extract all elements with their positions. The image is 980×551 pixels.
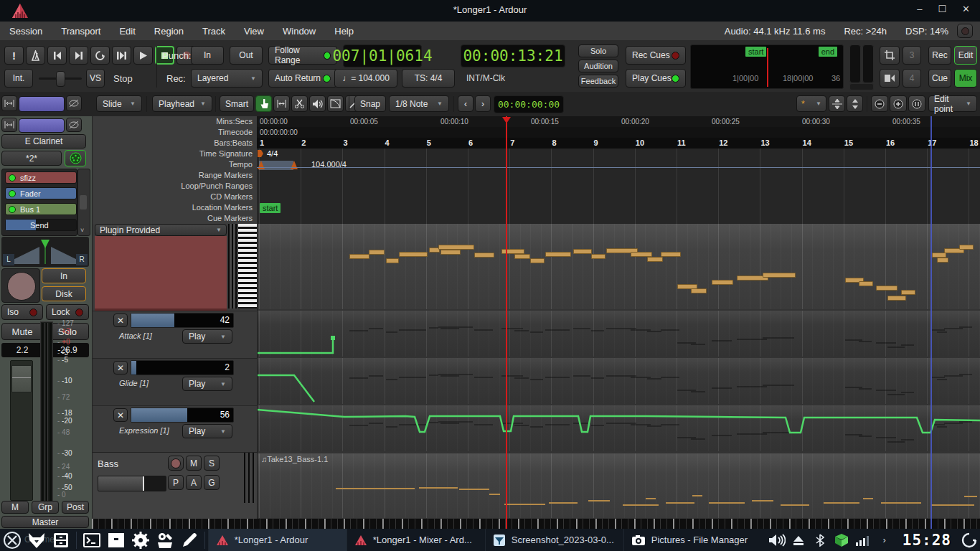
- gain-display[interactable]: 2.2: [1, 343, 43, 357]
- zoom-fit-button[interactable]: [908, 95, 925, 112]
- play-button[interactable]: [133, 46, 153, 65]
- package-icon[interactable]: [104, 529, 128, 551]
- punch-in-button[interactable]: In: [191, 46, 224, 65]
- processor-bus-1[interactable]: Bus 1: [5, 203, 77, 215]
- pan-widget[interactable]: L R: [1, 237, 89, 267]
- input-monitor-button[interactable]: In: [42, 268, 86, 283]
- secondary-clock[interactable]: 00:00:13:21: [461, 44, 565, 67]
- mini-timeline[interactable]: start end 1|00|00 18|00|00 36: [690, 44, 844, 89]
- vari-speed-button[interactable]: VS: [86, 69, 105, 88]
- play-range-button[interactable]: [112, 46, 131, 65]
- nudge-forward-button[interactable]: ›: [475, 95, 491, 112]
- goto-end-button[interactable]: [69, 46, 88, 65]
- bass-automation-button[interactable]: A: [186, 475, 202, 490]
- session-menu-icon[interactable]: [958, 529, 980, 551]
- ruler-label-time-signature[interactable]: Time Signature: [199, 149, 253, 159]
- editor-canvas[interactable]: ♫Take13_Bass-1.1: [257, 224, 980, 529]
- group-button[interactable]: Grp: [32, 501, 59, 514]
- menu-region[interactable]: Region: [145, 26, 193, 37]
- location-start-marker[interactable]: start: [260, 203, 281, 213]
- patch-selector-dropdown[interactable]: Plugin Provided▼: [95, 224, 227, 236]
- playhead-line[interactable]: [506, 116, 507, 529]
- follow-range-button[interactable]: Follow Range: [268, 46, 337, 65]
- expand-tracks-button[interactable]: [847, 95, 863, 112]
- shrink-tracks-button[interactable]: [829, 95, 845, 112]
- play-cues-button[interactable]: Play Cues: [626, 69, 686, 88]
- strip-color-swatch[interactable]: [19, 118, 65, 133]
- taskbar-window-button[interactable]: *Longer1 - Ardour: [208, 529, 347, 551]
- nudge-clock[interactable]: 00:00:00:00: [494, 95, 564, 113]
- disk-monitor-button[interactable]: Disk: [42, 286, 86, 301]
- menu-window[interactable]: Window: [273, 26, 325, 37]
- audition-indicator-button[interactable]: Audition: [578, 60, 618, 72]
- track-color-region[interactable]: [95, 236, 227, 311]
- pen-icon[interactable]: [177, 529, 202, 551]
- solo-indicator-button[interactable]: Solo: [578, 44, 618, 57]
- timesig-marker-icon[interactable]: [257, 149, 264, 158]
- bass-record-enable-button[interactable]: [168, 456, 184, 471]
- drawers-icon[interactable]: [49, 529, 73, 551]
- midi-panic-button[interactable]: !: [4, 46, 24, 65]
- automation-remove-button[interactable]: ✕: [113, 314, 128, 327]
- ruler-label-location-markers[interactable]: Location Markers: [192, 202, 253, 213]
- mixer-page-button[interactable]: Mix: [954, 69, 977, 88]
- layout-film-button[interactable]: [880, 69, 900, 88]
- automation-mode-dropdown[interactable]: Play▼: [182, 424, 232, 438]
- menu-transport[interactable]: Transport: [52, 26, 110, 37]
- ruler-bars[interactable]: 123456789101112131415161718: [257, 138, 980, 149]
- taskbar-clock[interactable]: 15:28: [895, 532, 958, 549]
- midi-scroomer[interactable]: [228, 224, 237, 309]
- fox-icon[interactable]: [24, 529, 49, 551]
- audition-tool-button[interactable]: [309, 95, 326, 112]
- metering-point-button[interactable]: M: [1, 501, 29, 514]
- fader-track[interactable]: [10, 360, 33, 501]
- cue-page-button[interactable]: Cue: [928, 69, 951, 88]
- processor-sfizz[interactable]: sfizz: [5, 171, 77, 184]
- scroll-down-icon[interactable]: ˅: [80, 227, 84, 234]
- layout-3-button[interactable]: 3: [903, 46, 921, 65]
- ruler-minsecs[interactable]: 00:00:0000:00:0500:00:1000:00:1500:00:20…: [257, 116, 980, 127]
- punch-out-button[interactable]: Out: [230, 46, 263, 65]
- processor-box[interactable]: sfizzFaderBus 1Send: [1, 169, 77, 236]
- volume-icon[interactable]: [766, 529, 788, 551]
- ruler-label-loop-punch-ranges[interactable]: Loop/Punch Ranges: [181, 181, 253, 192]
- midi-channel-button[interactable]: *2*: [1, 151, 62, 166]
- range-tool-button[interactable]: [273, 95, 290, 112]
- session-summary-strip[interactable]: [92, 519, 980, 529]
- auto-return-button[interactable]: Auto Return: [268, 69, 337, 88]
- grab-tool-button[interactable]: [255, 95, 272, 112]
- bass-mute-button[interactable]: M: [186, 456, 202, 471]
- close-button[interactable]: ✕: [962, 4, 970, 14]
- taskbar-window-button[interactable]: Screenshot_2023-03-0...: [485, 529, 623, 551]
- hide-strip-icon[interactable]: [66, 95, 82, 111]
- metronome-button[interactable]: [26, 46, 45, 65]
- shuttle-control[interactable]: [37, 69, 83, 88]
- tempo-marker-icon[interactable]: [257, 160, 265, 170]
- glide-automation-line[interactable]: [257, 375, 314, 402]
- tempo-label[interactable]: 104.000/4: [311, 160, 347, 169]
- ruler-label-timecode[interactable]: Timecode: [218, 127, 253, 138]
- piano-keyboard[interactable]: [238, 224, 257, 309]
- network-signal-icon[interactable]: [852, 529, 874, 551]
- marker-visibility-dropdown[interactable]: *▼: [796, 95, 826, 112]
- nudge-back-button[interactable]: ‹: [458, 95, 473, 112]
- taskbar-window-button[interactable]: *Longer1 - Mixer - Ard...: [347, 529, 485, 551]
- automation-slider[interactable]: 56: [131, 408, 234, 423]
- ruler-markers-block[interactable]: [257, 149, 980, 224]
- layout-crop-button[interactable]: [880, 46, 900, 65]
- rec-mode-dropdown[interactable]: Layered▼: [191, 69, 263, 88]
- zoom-focus-dropdown[interactable]: Playhead▼: [152, 95, 212, 112]
- menu-help[interactable]: Help: [325, 26, 363, 37]
- strip-track-name-button[interactable]: E Clarinet: [1, 134, 86, 149]
- processor-scrollbar[interactable]: ˅: [77, 169, 90, 236]
- processor-send[interactable]: Send: [5, 219, 77, 231]
- bluetooth-icon[interactable]: [809, 529, 831, 551]
- eject-icon[interactable]: [788, 529, 809, 551]
- bass-track-name[interactable]: Bass: [98, 458, 118, 469]
- ruler-label-cd-markers[interactable]: CD Markers: [210, 192, 253, 202]
- ruler-label-tempo[interactable]: Tempo: [229, 159, 253, 170]
- ruler-label-cue-markers[interactable]: Cue Markers: [207, 213, 253, 224]
- automation-control-point[interactable]: [331, 336, 335, 340]
- edit-point-dropdown[interactable]: Edit point▼: [928, 95, 977, 112]
- output-button[interactable]: Master: [1, 516, 89, 528]
